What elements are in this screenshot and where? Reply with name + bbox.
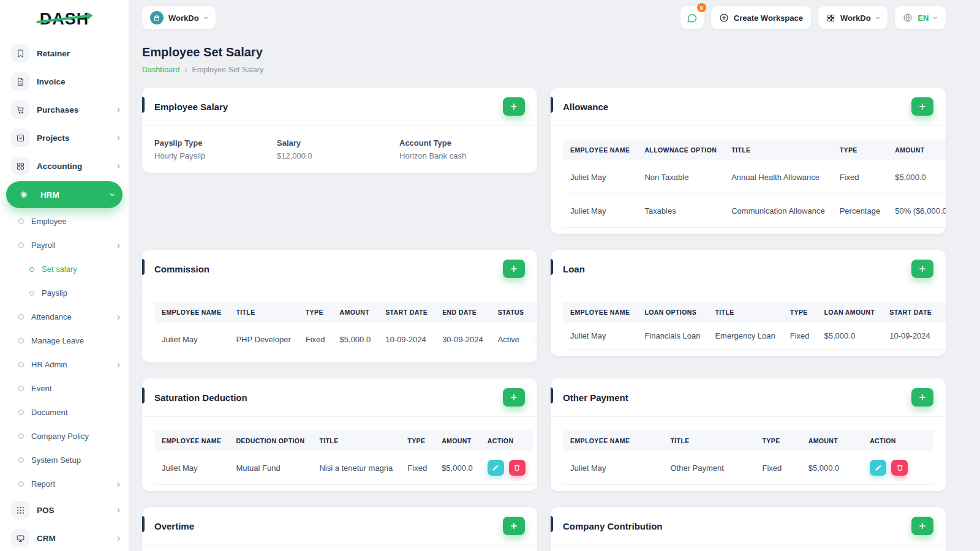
sidebar-item-document[interactable]: Document [0, 400, 129, 424]
field-account-type: Account Type Horizon Bank cash [399, 138, 525, 160]
breadcrumb: Dashboard › Employee Set Salary [142, 65, 946, 74]
employee-salary-card: Employee Salary Payslip Type Hourly Pays… [142, 88, 537, 173]
sidebar-item-hrm[interactable]: HRM › [6, 181, 123, 208]
sidebar-item-event[interactable]: Event [0, 377, 129, 400]
sidebar-item-retainer[interactable]: Retainer [0, 39, 129, 67]
page-title: Employee Set Salary [142, 45, 946, 59]
table-row: Juliet May Financials Loan Emergency Loa… [563, 323, 946, 350]
sidebar-item-payroll[interactable]: Payroll › [0, 233, 129, 257]
workdo-menu-label: WorkDo [840, 13, 871, 23]
add-overtime-button[interactable] [503, 517, 525, 535]
bullet-icon [18, 457, 24, 463]
column-header: LOAN OPTIONS [637, 302, 707, 323]
column-header: EMPLOYEE NAME [154, 430, 228, 451]
edit-button[interactable] [870, 460, 886, 476]
main-area: WorkDo › 0 Create Workspace WorkDo › EN … [129, 0, 980, 551]
salary-fields: Payslip Type Hourly Payslip Salary $12,0… [142, 126, 537, 173]
sidebar-item-set-salary[interactable]: Set salary [0, 257, 129, 281]
workspace-switcher[interactable]: WorkDo › [142, 6, 216, 29]
app-logo[interactable]: DASH [0, 0, 129, 38]
overtime-card: Overtime [142, 507, 537, 551]
sidebar-item-accounting[interactable]: Accounting › [0, 152, 129, 180]
sidebar-item-pos[interactable]: POS › [0, 496, 129, 524]
pencil-icon [875, 464, 882, 471]
add-allowance-button[interactable] [911, 97, 933, 116]
breadcrumb-dashboard-link[interactable]: Dashboard [142, 66, 179, 74]
add-loan-button[interactable] [911, 260, 933, 278]
sidebar-item-attendance[interactable]: Attendance › [0, 305, 129, 329]
table-row: Juliet May Other Payment Fixed $5,000.0 [563, 451, 933, 485]
column-header: TYPE [755, 430, 801, 451]
sidebar-item-payslip[interactable]: Payslip [0, 281, 129, 305]
card-accent [142, 259, 145, 275]
delete-button[interactable] [891, 460, 908, 476]
workspace-label: WorkDo [168, 13, 199, 23]
loan-table: EMPLOYEE NAME LOAN OPTIONS TITLE TYPE LO… [563, 302, 946, 350]
add-saturation-deduction-button[interactable] [503, 388, 525, 407]
column-header: ACTION [862, 430, 933, 451]
add-company-contribution-button[interactable] [911, 517, 933, 535]
column-header: EMPLOYEE NAME [563, 140, 637, 160]
add-commission-button[interactable] [503, 260, 525, 278]
column-header: TITLE [724, 140, 832, 160]
chevron-right-icon: › [117, 105, 120, 114]
commission-table: EMPLOYEE NAME TITLE TYPE AMOUNT START DA… [154, 302, 537, 356]
sidebar-item-hr-admin[interactable]: HR Admin › [0, 353, 129, 377]
column-header: TITLE [663, 430, 755, 451]
messages-button[interactable]: 0 [680, 6, 704, 29]
workdo-menu-button[interactable]: WorkDo › [818, 6, 888, 29]
bullet-icon [18, 242, 24, 248]
card-accent [551, 259, 553, 275]
chevron-right-icon: › [117, 360, 120, 370]
trash-icon [896, 464, 903, 471]
invoice-icon [11, 72, 29, 91]
check-square-icon [11, 129, 29, 147]
column-header: TYPE [400, 430, 434, 451]
plus-icon [510, 522, 518, 530]
card-title: Commission [154, 264, 209, 274]
plus-icon [510, 102, 518, 111]
sidebar-item-system-setup[interactable]: System Setup [0, 448, 129, 472]
column-header: TYPE [783, 302, 817, 323]
dots-grid-icon [11, 501, 29, 519]
commission-card: Commission EMPLOYEE NAME TITLE TYPE AMOU… [142, 250, 537, 362]
delete-button[interactable] [509, 460, 526, 476]
create-workspace-button[interactable]: Create Workspace [711, 6, 811, 29]
sidebar-item-purchases[interactable]: Purchases › [0, 96, 129, 124]
column-header: END DATE [435, 302, 491, 323]
bullet-icon [29, 291, 34, 296]
sidebar-item-report[interactable]: Report › [0, 472, 129, 496]
column-header: EMPLOYEE NAME [563, 430, 663, 451]
sidebar-item-employee[interactable]: Employee [0, 209, 129, 233]
sidebar-item-company-policy[interactable]: Company Policy [0, 424, 129, 448]
allowance-card: Allowance EMPLOYEE NAME ALLOWNACE OPTION… [551, 88, 946, 234]
globe-icon [903, 13, 913, 23]
sidebar-item-projects[interactable]: Projects › [0, 124, 129, 152]
edit-button[interactable] [488, 460, 504, 476]
sidebar-item-crm[interactable]: CRM › [0, 524, 129, 551]
apps-grid-icon [826, 13, 835, 23]
card-accent [142, 516, 145, 532]
language-button[interactable]: EN › [895, 6, 946, 29]
column-header: AMOUNT [888, 140, 946, 160]
bullet-icon [18, 314, 24, 320]
column-header: AMOUNT [801, 430, 862, 451]
column-header: EMPLOYEE NAME [563, 302, 637, 323]
page-content: Employee Set Salary Dashboard › Employee… [129, 45, 980, 551]
chevron-down-icon: › [202, 17, 211, 20]
language-label: EN [918, 13, 929, 23]
column-header: ACTION [531, 302, 537, 323]
bullet-icon [18, 481, 24, 487]
column-header: ACTION [480, 430, 533, 451]
saturation-deduction-table: EMPLOYEE NAME DEDUCTION OPTION TITLE TYP… [154, 430, 533, 485]
chevron-right-icon: › [117, 505, 120, 515]
card-accent [142, 97, 145, 113]
column-header: TITLE [228, 302, 298, 323]
sidebar-item-invoice[interactable]: Invoice [0, 67, 129, 96]
add-other-payment-button[interactable] [911, 388, 933, 407]
bullet-icon [18, 338, 24, 343]
column-header: AMOUNT [333, 302, 379, 323]
topbar: WorkDo › 0 Create Workspace WorkDo › EN … [129, 0, 980, 36]
add-employee-salary-button[interactable] [503, 97, 525, 116]
sidebar-item-manage-leave[interactable]: Manage Leave [0, 329, 129, 353]
